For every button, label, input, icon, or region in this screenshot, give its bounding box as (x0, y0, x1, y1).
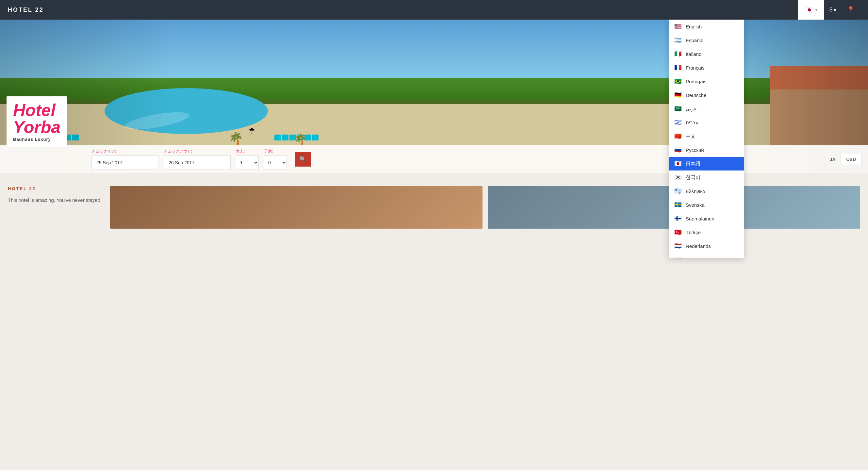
content-description: HOTEL 22 This hotel is amazing. You've n… (8, 186, 100, 229)
hotel-subtitle: Bauhaus Luxury (13, 137, 60, 142)
language-dropdown: 🇺🇸English🇦🇷Español🇮🇹Italiano🇫🇷Français🇧🇷… (669, 20, 744, 242)
lang-flag: 🇹🇷 (674, 229, 682, 236)
lang-option-español[interactable]: 🇦🇷Español (669, 33, 744, 47)
booking-extras: JA USD (830, 154, 862, 165)
lang-flag: 🇫🇷 (674, 64, 682, 71)
lang-label: עברית (686, 120, 699, 125)
adults-label: 大人: (236, 149, 259, 154)
site-logo: HOTEL 22 (8, 6, 44, 13)
room-cards (110, 186, 860, 229)
checkin-label: チェックイン: (91, 149, 158, 154)
lang-flag: 🇮🇹 (674, 50, 682, 58)
section-heading: HOTEL 22 (8, 186, 100, 191)
lang-option-deutsche[interactable]: 🇩🇪Deutsche (669, 88, 744, 102)
lang-label: English (686, 24, 702, 29)
adults-select[interactable]: 1 2 3 4 (236, 155, 259, 170)
lang-option-nederlands[interactable]: 🇳🇱Nederlands (669, 239, 744, 242)
hotel-logo-box: Hotel Yorba Bauhaus Luxury (6, 96, 67, 147)
lang-flag: 🇨🇳 (674, 133, 682, 140)
lang-label: Suomalainen (686, 216, 714, 221)
lang-label: 한국어 (686, 175, 701, 181)
lang-flag: 🇸🇪 (674, 201, 682, 208)
lang-flag: 🇸🇦 (674, 105, 682, 112)
lang-option-portugais[interactable]: 🇧🇷Portugais (669, 74, 744, 88)
header: HOTEL 22 🇯🇵 ▾ $ ▾ 📍 (0, 0, 868, 20)
lang-label: Portugais (686, 79, 706, 84)
lang-option-svenska[interactable]: 🇸🇪Svenska (669, 198, 744, 212)
lang-label: Italiano (686, 51, 702, 57)
adults-field: 大人: 1 2 3 4 (236, 149, 259, 170)
lang-label: Русский (686, 147, 704, 153)
lang-option-한국어[interactable]: 🇰🇷한국어 (669, 170, 744, 184)
room-card-1[interactable] (110, 186, 483, 229)
lang-label: Français (686, 65, 705, 70)
lang-label: Svenska (686, 202, 705, 208)
lang-code-display: JA (830, 157, 836, 162)
lang-option-italiano[interactable]: 🇮🇹Italiano (669, 47, 744, 61)
lang-option-русский[interactable]: 🇷🇺Русский (669, 143, 744, 157)
lang-option-suomalainen[interactable]: 🇫🇮Suomalainen (669, 212, 744, 225)
lang-label: Español (686, 37, 703, 43)
location-button[interactable]: 📍 (841, 0, 860, 20)
lang-label: Ελληνικά (686, 188, 705, 194)
lang-option-عربى[interactable]: 🇸🇦عربى (669, 102, 744, 116)
checkin-field: チェックイン: (91, 149, 158, 170)
lang-flag: 🇷🇺 (674, 146, 682, 154)
lang-label: Deutsche (686, 92, 706, 98)
children-field: 子供: 0 1 2 3 (264, 149, 287, 170)
lang-label: عربى (686, 106, 697, 112)
language-selector-button[interactable]: 🇯🇵 ▾ (798, 0, 824, 20)
lang-label: Türkçe (686, 230, 701, 235)
lang-option-english[interactable]: 🇺🇸English (669, 20, 744, 33)
lang-flag: 🇰🇷 (674, 174, 682, 181)
lang-flag: 🇬🇷 (674, 187, 682, 195)
search-icon: 🔍 (299, 156, 306, 163)
currency-code-display: USD (841, 154, 862, 165)
lang-option-日本語[interactable]: 🇯🇵日本語 (669, 157, 744, 170)
lang-flag: 🇩🇪 (674, 91, 682, 99)
lang-chevron-icon: ▾ (815, 8, 817, 12)
hotel-name-line1: Hotel (13, 101, 60, 119)
lang-flag: 🇧🇷 (674, 78, 682, 85)
location-icon: 📍 (847, 6, 855, 14)
lang-flag: 🇫🇮 (674, 215, 682, 222)
lang-flag: 🇦🇷 (674, 37, 682, 44)
lang-option-中文[interactable]: 🇨🇳中文 (669, 129, 744, 143)
lang-flag: 🇮🇱 (674, 119, 682, 126)
current-lang-flag: 🇯🇵 (805, 6, 813, 14)
checkout-input[interactable] (164, 155, 230, 170)
search-button[interactable]: 🔍 (295, 152, 311, 166)
checkout-label: チェックアウト: (164, 149, 230, 154)
lang-label: 日本語 (686, 161, 701, 167)
header-controls: 🇯🇵 ▾ $ ▾ 📍 (798, 0, 860, 20)
lang-flag: 🇯🇵 (674, 160, 682, 167)
checkout-field: チェックアウト: (164, 149, 230, 170)
currency-button[interactable]: $ ▾ (824, 0, 841, 20)
section-description: This hotel is amazing. You've never stay… (8, 196, 100, 204)
checkin-input[interactable] (91, 155, 158, 170)
lang-option-français[interactable]: 🇫🇷Français (669, 61, 744, 74)
children-select[interactable]: 0 1 2 3 (264, 155, 287, 170)
lang-flag: 🇺🇸 (674, 23, 682, 30)
children-label: 子供: (264, 149, 287, 154)
lang-label: 中文 (686, 133, 695, 139)
hotel-name-line2: Yorba (13, 119, 60, 135)
lang-option-ελληνικά[interactable]: 🇬🇷Ελληνικά (669, 184, 744, 198)
lang-option-עברית[interactable]: 🇮🇱עברית (669, 116, 744, 129)
lang-option-türkçe[interactable]: 🇹🇷Türkçe (669, 225, 744, 239)
